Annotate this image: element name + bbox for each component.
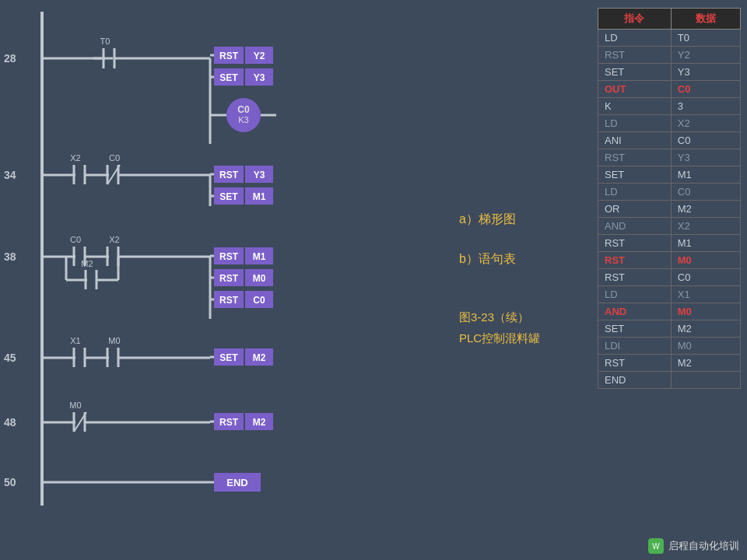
- contact-m2-label: M2: [81, 259, 93, 268]
- rst-m2-op: RST: [219, 417, 239, 428]
- table-cell-instr: LD: [598, 115, 672, 132]
- watermark-text: 启程自动化培训: [668, 539, 739, 553]
- table-cell-data: M0: [671, 303, 740, 320]
- table-row: RSTC0: [598, 269, 741, 286]
- table-row: END: [598, 372, 741, 389]
- table-row: SETM2: [598, 320, 741, 338]
- annotation-b-label: b）语句表: [459, 252, 516, 265]
- watermark: W 启程自动化培训: [648, 538, 739, 554]
- table-row: OUTC0: [598, 81, 741, 98]
- table-cell-data: X2: [671, 218, 740, 235]
- table-row: ANDM0: [598, 303, 741, 320]
- rung-50-label: 50: [4, 476, 16, 488]
- wechat-icon: W: [648, 538, 664, 554]
- rung-45-label: 45: [4, 352, 16, 364]
- table-row: LDC0: [598, 184, 741, 201]
- table-cell-instr: OUT: [598, 81, 672, 98]
- table-cell-data: M2: [671, 320, 740, 338]
- annotation-section: a）梯形图 b）语句表 图3-23（续） PLC控制混料罐: [451, 0, 591, 560]
- table-row: RSTM2: [598, 355, 741, 372]
- set-m2-op: SET: [219, 352, 238, 363]
- table-cell-data: Y3: [671, 149, 740, 166]
- table-cell-instr: SET: [598, 64, 672, 81]
- table-cell-instr: LDI: [598, 338, 672, 355]
- table-cell-instr: AND: [598, 303, 672, 320]
- rst-m0-op: RST: [219, 273, 239, 284]
- table-row: SETY3: [598, 64, 741, 81]
- set-y3-op: SET: [219, 72, 238, 83]
- set-y3-val: Y3: [254, 72, 265, 83]
- contact-c0-38-label: C0: [70, 235, 81, 244]
- coil-k3-label: K3: [238, 115, 248, 124]
- table-row: ORM2: [598, 201, 741, 218]
- table-cell-data: T0: [671, 30, 740, 47]
- set-m1-34-val: M1: [253, 191, 266, 202]
- table-section: 指令 数据 LDT0RSTY2SETY3OUTC0K3LDX2ANIC0RSTY…: [591, 0, 747, 560]
- table-cell-instr: RST: [598, 355, 672, 372]
- th-instr: 指令: [598, 9, 672, 30]
- coil-c0-label: C0: [237, 104, 250, 115]
- rst-c0-op: RST: [219, 295, 239, 306]
- table-row: LDX1: [598, 286, 741, 303]
- table-row: LDX2: [598, 115, 741, 132]
- table-cell-instr: RST: [598, 235, 672, 252]
- table-cell-data: C0: [671, 184, 740, 201]
- ladder-diagram: 28 T0 RST Y2 SET Y3: [0, 0, 381, 529]
- annotation-a: a）梯形图: [459, 212, 516, 228]
- table-row: RSTY3: [598, 149, 741, 166]
- rst-m1-val: M1: [253, 251, 266, 262]
- table-cell-data: M2: [671, 355, 740, 372]
- table-cell-instr: RST: [598, 269, 672, 286]
- table-cell-instr: AND: [598, 218, 672, 235]
- annotation-a-label: a）梯形图: [459, 212, 516, 226]
- annotation-caption: 图3-23（续） PLC控制混料罐: [459, 306, 540, 348]
- table-row: ANIC0: [598, 132, 741, 149]
- table-cell-data: 3: [671, 98, 740, 115]
- table-cell-data: M2: [671, 201, 740, 218]
- table-cell-data: M1: [671, 235, 740, 252]
- table-cell-instr: LD: [598, 286, 672, 303]
- contact-x2-34-label: X2: [70, 153, 80, 163]
- table-cell-instr: END: [598, 372, 672, 389]
- table-row: ANDX2: [598, 218, 741, 235]
- table-cell-data: M1: [671, 166, 740, 184]
- rung-48-label: 48: [4, 416, 16, 429]
- contact-m0-48-label: M0: [69, 401, 81, 410]
- instruction-table: 指令 数据 LDT0RSTY2SETY3OUTC0K3LDX2ANIC0RSTY…: [598, 8, 741, 389]
- table-cell-instr: LD: [598, 184, 672, 201]
- rst-m1-op: RST: [219, 251, 239, 262]
- contact-x1-label: X1: [70, 336, 80, 345]
- table-cell-data: Y3: [671, 64, 740, 81]
- table-cell-data: [671, 372, 740, 389]
- set-m1-34-op: SET: [219, 191, 238, 202]
- table-cell-instr: LD: [598, 30, 672, 47]
- caption-line2: PLC控制混料罐: [459, 327, 540, 348]
- end-label: END: [226, 477, 247, 488]
- table-row: K3: [598, 98, 741, 115]
- contact-c0-34-label: C0: [109, 153, 120, 163]
- table-cell-instr: RST: [598, 149, 672, 166]
- table-row: SETM1: [598, 166, 741, 184]
- table-cell-instr: RST: [598, 47, 672, 64]
- annotation-b: b）语句表: [459, 251, 516, 268]
- table-cell-instr: ANI: [598, 132, 672, 149]
- contact-x2-38-label: X2: [109, 235, 119, 244]
- th-data: 数据: [671, 9, 740, 30]
- rung-34-label: 34: [4, 169, 16, 181]
- rst-y3-op: RST: [219, 170, 239, 180]
- table-cell-data: X2: [671, 115, 740, 132]
- rst-y2-op: RST: [219, 51, 239, 61]
- rung-38-label: 38: [4, 250, 16, 263]
- table-row: RSTM1: [598, 235, 741, 252]
- contact-m0-45-label: M0: [108, 336, 120, 345]
- rst-y2-val: Y2: [254, 51, 265, 61]
- rung-28-label: 28: [4, 52, 16, 65]
- set-m2-val: M2: [253, 352, 266, 363]
- table-cell-data: C0: [671, 81, 740, 98]
- caption-line1: 图3-23（续）: [459, 306, 540, 327]
- ladder-section: 28 T0 RST Y2 SET Y3: [0, 0, 451, 560]
- table-cell-instr: SET: [598, 320, 672, 338]
- rst-y3-val: Y3: [254, 170, 265, 180]
- rst-m0-val: M0: [253, 273, 266, 284]
- table-row: LDIM0: [598, 338, 741, 355]
